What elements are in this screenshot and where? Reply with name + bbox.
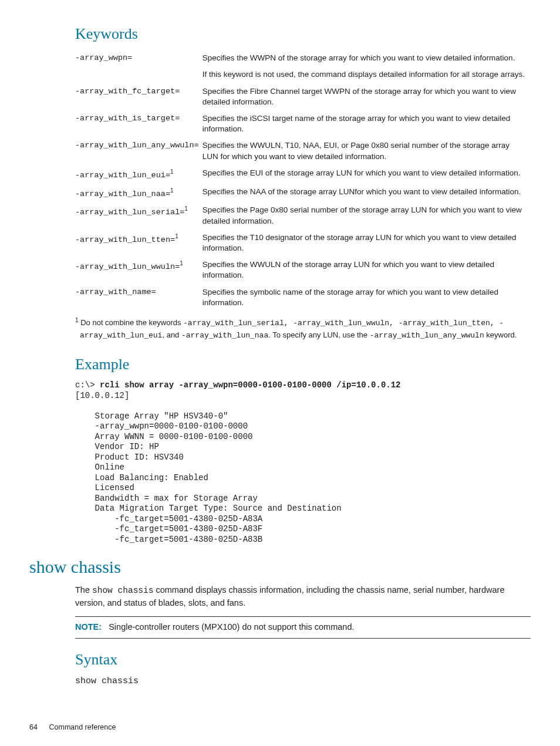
table-row: -array_with_name=Specifies the symbolic … [75,284,531,311]
keywords-table: -array_wwpn=Specifies the WWPN of the st… [75,50,531,311]
syntax-heading: Syntax [75,649,531,670]
table-row: -array_with_lun_wwuln=1Specifies the WWU… [75,256,531,283]
footnote-number: 1 [75,317,79,323]
keyword-cell: -array_with_lun_wwuln=1 [75,256,203,283]
show-chassis-heading: show chassis [29,555,531,579]
table-row: -array_with_lun_any_wwuln=Specifies the … [75,137,531,164]
keyword-cell: -array_with_lun_serial=1 [75,202,203,229]
example-prompt: c:\> [75,380,100,390]
table-row: -array_with_is_target=Specifies the iSCS… [75,110,531,137]
footnote-post: keyword. [484,330,517,339]
table-row: -array_wwpn=Specifies the WWPN of the st… [75,50,531,66]
footnote-kw2: -array_with_lun_naa [181,331,268,340]
show-chassis-intro: The show chassis command displays chassi… [75,584,531,609]
description-cell: Specifies the symbolic name of the stora… [203,284,531,311]
table-row: -array_with_lun_naa=1Specifies the NAA o… [75,184,531,202]
example-output: [10.0.0.12] Storage Array "HP HSV340-0" … [75,391,342,544]
keyword-cell: -array_with_lun_eui=1 [75,165,203,184]
page-footer: 64 Command reference [29,723,531,733]
footnote-text-pre: Do not combine the keywords [80,318,183,327]
keyword-cell: -array_wwpn= [75,50,203,66]
keyword-cell: -array_with_lun_tten=1 [75,229,203,256]
table-row: -array_with_lun_eui=1Specifies the EUI o… [75,165,531,184]
table-row: -array_with_lun_serial=1Specifies the Pa… [75,202,531,229]
note-label: NOTE: [75,622,102,632]
keyword-cell: -array_with_lun_naa=1 [75,184,203,202]
description-cell: Specifies the Page 0x80 serial number of… [203,202,531,229]
footnote-mid1: , and [162,330,181,339]
footer-title: Command reference [49,723,116,731]
keyword-cell: -array_with_lun_any_wwuln= [75,137,203,164]
intro-cmd: show chassis [92,586,153,595]
description-cell: Specifies the T10 designator of the stor… [203,229,531,256]
table-row: If this keyword is not used, the command… [75,66,531,83]
note-block: NOTE: Single-controller routers (MPX100)… [75,616,531,639]
description-cell: Specifies the WWPN of the storage array … [203,50,531,66]
footnote-ref: 1 [170,168,174,175]
footnote-mid2: . To specify any LUN, use the [268,330,369,339]
description-cell: Specifies the iSCSI target name of the s… [203,110,531,137]
footnote-ref: 1 [170,187,174,194]
syntax-code: show chassis [75,676,531,687]
description-cell: Specifies the WWULN of the storage array… [203,256,531,283]
intro-pre: The [75,585,92,595]
description-cell: Specifies the EUI of the storage array L… [203,165,531,184]
table-row: -array_with_lun_tten=1Specifies the T10 … [75,229,531,256]
footnote-ref: 1 [184,205,188,212]
description-cell: Specifies the Fibre Channel target WWPN … [203,83,531,110]
keyword-cell: -array_with_is_target= [75,110,203,137]
keywords-heading: Keywords [75,23,531,44]
keyword-cell [75,66,203,83]
description-cell: If this keyword is not used, the command… [203,66,531,83]
example-command: rcli show array -array_wwpn=0000-0100-01… [100,380,400,390]
footnote-kw3: -array_with_lun_any_wwuln [370,331,484,340]
description-cell: Specifies the NAA of the storage array L… [203,184,531,202]
page-number: 64 [29,723,47,733]
footnote-ref: 1 [175,233,178,239]
table-row: -array_with_fc_target=Specifies the Fibr… [75,83,531,110]
footnote-ref: 1 [180,260,183,266]
note-text: Single-controller routers (MPX100) do no… [109,622,354,632]
footnote: 1 Do not combine the keywords -array_wit… [75,316,531,341]
keyword-cell: -array_with_fc_target= [75,83,203,110]
description-cell: Specifies the WWULN, T10, NAA, EUI, or P… [203,137,531,164]
keyword-cell: -array_with_name= [75,284,203,311]
example-block: c:\> rcli show array -array_wwpn=0000-01… [75,380,531,545]
example-heading: Example [75,354,531,374]
